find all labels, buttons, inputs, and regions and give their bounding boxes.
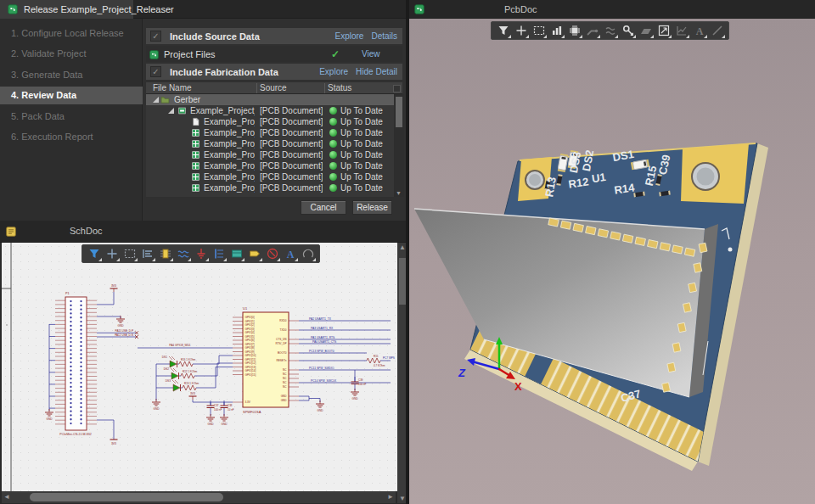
step-2[interactable]: 2. Validate Project <box>0 45 143 63</box>
scroll-up-icon[interactable]: ▲ <box>399 244 406 251</box>
sch-text: 100 nF <box>214 408 222 412</box>
graph-icon[interactable] <box>672 22 690 39</box>
via-icon[interactable] <box>619 22 637 39</box>
sch-text: DS3 <box>166 379 171 383</box>
port-icon[interactable] <box>245 245 263 262</box>
sch-text: R15 <box>374 355 379 358</box>
table-row[interactable]: Gerber <box>146 94 394 105</box>
table-row[interactable]: Example_Project_R[PCB Document]Up To Dat… <box>146 149 394 160</box>
sch-text: GPIO[8] <box>245 346 255 350</box>
table-row[interactable]: Example_Project_R[PCB Document]Up To Dat… <box>146 171 394 182</box>
pcb-3d-viewport[interactable]: R13DS3DS2DS1R12U1R14R15C39C37 Z X A <box>409 19 815 504</box>
select-region-icon[interactable] <box>530 22 548 39</box>
no-erc-icon[interactable] <box>263 245 281 262</box>
power-port-icon[interactable] <box>192 245 210 262</box>
sch-text: 10 nF <box>228 408 234 412</box>
fabrication-hide-detail-link[interactable]: Hide Detail <box>356 67 397 76</box>
expand-icon[interactable] <box>153 97 159 103</box>
connector-symbol <box>65 297 87 430</box>
pcb-doc-icon <box>413 3 425 15</box>
project-files-row[interactable]: Project Files ✓ View <box>146 46 402 62</box>
step-1[interactable]: 1. Configure Local Release <box>0 25 143 42</box>
include-source-checkbox[interactable]: ✓ <box>150 31 161 42</box>
step-4[interactable]: 4. Review Data <box>0 87 143 104</box>
source-explore-link[interactable]: Explore <box>335 31 364 41</box>
file-source: [PCB Document] <box>260 127 323 138</box>
col-file-name: File Name <box>153 83 192 92</box>
file-name: Example_Project_R <box>204 127 255 138</box>
component-grid-icon[interactable] <box>565 22 583 39</box>
sch-text: GND <box>281 395 288 398</box>
scroll-left-icon[interactable]: ◄ <box>3 493 10 501</box>
scroll-down-icon[interactable]: ▼ <box>399 495 406 502</box>
sch-text: RTS/_DP <box>275 342 286 345</box>
sch-horizontal-scrollbar[interactable]: ◄ ► <box>2 491 396 503</box>
measure-icon[interactable] <box>601 22 619 39</box>
sch-text: DS2 <box>164 367 169 371</box>
file-source: [PCB Document] <box>260 116 323 127</box>
sheet-symbol-icon[interactable] <box>228 245 245 262</box>
route-icon[interactable] <box>583 22 601 39</box>
text-icon[interactable]: A <box>690 22 708 39</box>
scroll-down-icon[interactable]: ▼ <box>396 190 402 196</box>
source-details-link[interactable]: Details <box>371 31 397 41</box>
sch-text: GPIO[0] <box>245 316 255 319</box>
sch-text: 3V3 <box>111 284 116 288</box>
line-icon[interactable] <box>708 22 726 39</box>
table-row[interactable]: Example_Project_R[PCB Document]Up To Dat… <box>146 127 394 138</box>
sch-text: PA11 USB_D-P <box>115 329 133 333</box>
schematic-viewport[interactable]: P1PCIeMini-CN-2J-M-8323V3GNDPA11 USB_D-P… <box>2 243 397 491</box>
harness-icon[interactable] <box>210 245 228 262</box>
status-badge: Up To Date <box>340 138 383 149</box>
sch-tabstrip: SchDoc <box>0 221 406 243</box>
table-row[interactable]: Example_Project_Rele:[PCB Document]Up To… <box>146 105 394 116</box>
panel-divider[interactable] <box>406 0 409 504</box>
wire-icon[interactable] <box>174 245 192 262</box>
scrollbar-thumb[interactable] <box>399 258 406 305</box>
scrollbar-thumb[interactable] <box>30 493 223 501</box>
plane-icon[interactable] <box>637 22 655 39</box>
text-icon[interactable]: A <box>281 245 299 262</box>
select-region-icon[interactable] <box>121 245 138 262</box>
filter-icon[interactable] <box>85 245 103 262</box>
scroll-right-icon[interactable]: ► <box>387 493 394 501</box>
status-ok-icon <box>329 129 337 137</box>
step-3[interactable]: 3. Generate Data <box>0 66 143 84</box>
filter-icon[interactable] <box>494 22 512 39</box>
sch-text: CTS_DN <box>276 338 286 341</box>
include-fabrication-checkbox[interactable]: ✓ <box>150 66 161 77</box>
cancel-button[interactable]: Cancel <box>301 200 346 215</box>
file-table-header: File Name Source Status <box>146 82 402 94</box>
gerber-file-icon <box>191 150 200 160</box>
table-row[interactable]: Example_Project_R[PCB Document]Up To Dat… <box>146 116 394 127</box>
column-options-button[interactable] <box>393 85 401 92</box>
table-row[interactable]: Example_Project_R[PCB Document]Up To Dat… <box>146 182 394 193</box>
part-icon[interactable] <box>156 245 174 262</box>
step-5[interactable]: 5. Pack Data <box>0 108 143 126</box>
align-icon[interactable] <box>138 245 156 262</box>
step-6[interactable]: 6. Execution Report <box>0 128 143 146</box>
sch-text: GPIO[11] <box>245 358 256 361</box>
fabrication-explore-link[interactable]: Explore <box>319 67 348 76</box>
scrollbar-thumb[interactable] <box>396 97 402 127</box>
expand-icon[interactable] <box>168 108 174 114</box>
export-view-icon[interactable] <box>655 22 672 39</box>
file-source: [PCB Document] <box>260 182 323 193</box>
cross-probe-icon[interactable] <box>512 22 530 39</box>
project-files-view-link[interactable]: View <box>362 49 380 59</box>
sch-text: PCIeMini-CN-2J-M-832 <box>59 433 91 436</box>
sch-text: SPWF01SA <box>243 410 261 414</box>
tab-release-dialog[interactable]: Release Example_Project_Releaser <box>0 0 133 19</box>
cross-probe-icon[interactable] <box>103 245 121 262</box>
sch-text: GND <box>317 409 323 412</box>
file-table[interactable]: GerberExample_Project_Rele:[PCB Document… <box>146 94 394 197</box>
sch-text: GPIO[7] <box>245 343 255 346</box>
include-fabrication-label: Include Fabrication Data <box>170 67 278 77</box>
board-insight-icon[interactable] <box>548 22 565 39</box>
table-row[interactable]: Example_Project_R[PCB Document]Up To Dat… <box>146 138 394 149</box>
table-row[interactable]: Example_Project_R[PCB Document]Up To Dat… <box>146 160 394 171</box>
release-button[interactable]: Release <box>352 200 392 215</box>
arc-icon[interactable] <box>299 245 317 262</box>
file-table-scrollbar[interactable]: ▼ <box>394 94 404 197</box>
file-name: Example_Project_R <box>204 182 255 193</box>
